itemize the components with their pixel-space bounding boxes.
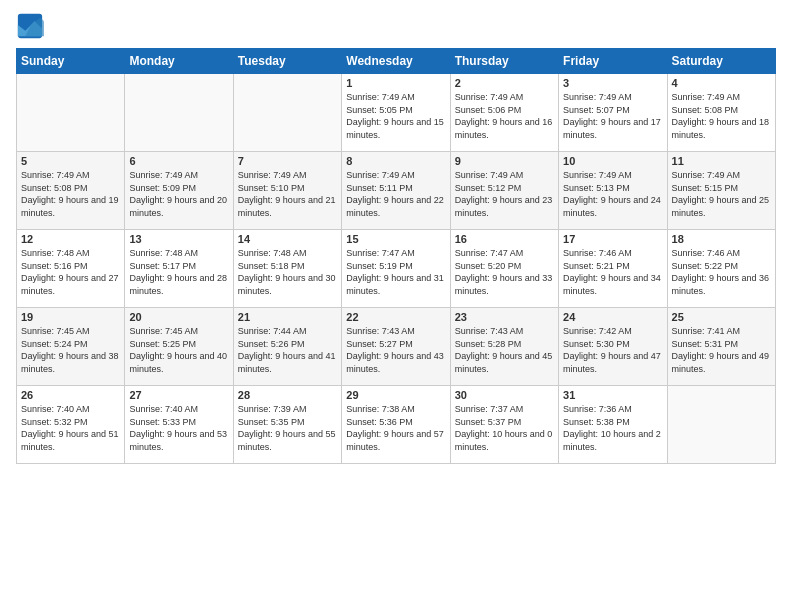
day-cell: 15Sunrise: 7:47 AMSunset: 5:19 PMDayligh… <box>342 230 450 308</box>
day-cell: 2Sunrise: 7:49 AMSunset: 5:06 PMDaylight… <box>450 74 558 152</box>
logo <box>16 12 48 40</box>
day-number: 2 <box>455 77 554 89</box>
day-info: Sunrise: 7:38 AMSunset: 5:36 PMDaylight:… <box>346 403 445 453</box>
day-info: Sunrise: 7:48 AMSunset: 5:17 PMDaylight:… <box>129 247 228 297</box>
day-number: 7 <box>238 155 337 167</box>
day-info: Sunrise: 7:49 AMSunset: 5:07 PMDaylight:… <box>563 91 662 141</box>
day-cell: 11Sunrise: 7:49 AMSunset: 5:15 PMDayligh… <box>667 152 775 230</box>
day-cell: 22Sunrise: 7:43 AMSunset: 5:27 PMDayligh… <box>342 308 450 386</box>
day-number: 18 <box>672 233 771 245</box>
day-cell: 12Sunrise: 7:48 AMSunset: 5:16 PMDayligh… <box>17 230 125 308</box>
day-info: Sunrise: 7:39 AMSunset: 5:35 PMDaylight:… <box>238 403 337 453</box>
week-row-0: 1Sunrise: 7:49 AMSunset: 5:05 PMDaylight… <box>17 74 776 152</box>
day-info: Sunrise: 7:49 AMSunset: 5:08 PMDaylight:… <box>21 169 120 219</box>
week-row-3: 19Sunrise: 7:45 AMSunset: 5:24 PMDayligh… <box>17 308 776 386</box>
header <box>16 12 776 40</box>
day-cell: 6Sunrise: 7:49 AMSunset: 5:09 PMDaylight… <box>125 152 233 230</box>
day-number: 1 <box>346 77 445 89</box>
day-info: Sunrise: 7:46 AMSunset: 5:21 PMDaylight:… <box>563 247 662 297</box>
calendar-header-row: SundayMondayTuesdayWednesdayThursdayFrid… <box>17 49 776 74</box>
day-cell: 28Sunrise: 7:39 AMSunset: 5:35 PMDayligh… <box>233 386 341 464</box>
day-number: 26 <box>21 389 120 401</box>
day-cell: 3Sunrise: 7:49 AMSunset: 5:07 PMDaylight… <box>559 74 667 152</box>
day-cell: 16Sunrise: 7:47 AMSunset: 5:20 PMDayligh… <box>450 230 558 308</box>
day-cell <box>667 386 775 464</box>
header-thursday: Thursday <box>450 49 558 74</box>
day-cell: 21Sunrise: 7:44 AMSunset: 5:26 PMDayligh… <box>233 308 341 386</box>
day-cell: 25Sunrise: 7:41 AMSunset: 5:31 PMDayligh… <box>667 308 775 386</box>
day-info: Sunrise: 7:48 AMSunset: 5:16 PMDaylight:… <box>21 247 120 297</box>
day-info: Sunrise: 7:40 AMSunset: 5:33 PMDaylight:… <box>129 403 228 453</box>
day-cell: 30Sunrise: 7:37 AMSunset: 5:37 PMDayligh… <box>450 386 558 464</box>
day-cell: 4Sunrise: 7:49 AMSunset: 5:08 PMDaylight… <box>667 74 775 152</box>
week-row-1: 5Sunrise: 7:49 AMSunset: 5:08 PMDaylight… <box>17 152 776 230</box>
day-info: Sunrise: 7:45 AMSunset: 5:25 PMDaylight:… <box>129 325 228 375</box>
day-cell: 20Sunrise: 7:45 AMSunset: 5:25 PMDayligh… <box>125 308 233 386</box>
day-number: 10 <box>563 155 662 167</box>
day-cell: 14Sunrise: 7:48 AMSunset: 5:18 PMDayligh… <box>233 230 341 308</box>
header-saturday: Saturday <box>667 49 775 74</box>
day-info: Sunrise: 7:49 AMSunset: 5:12 PMDaylight:… <box>455 169 554 219</box>
page: SundayMondayTuesdayWednesdayThursdayFrid… <box>0 0 792 612</box>
day-number: 25 <box>672 311 771 323</box>
day-cell: 27Sunrise: 7:40 AMSunset: 5:33 PMDayligh… <box>125 386 233 464</box>
day-number: 12 <box>21 233 120 245</box>
day-number: 13 <box>129 233 228 245</box>
day-cell <box>233 74 341 152</box>
day-info: Sunrise: 7:49 AMSunset: 5:13 PMDaylight:… <box>563 169 662 219</box>
week-row-2: 12Sunrise: 7:48 AMSunset: 5:16 PMDayligh… <box>17 230 776 308</box>
day-cell: 5Sunrise: 7:49 AMSunset: 5:08 PMDaylight… <box>17 152 125 230</box>
header-tuesday: Tuesday <box>233 49 341 74</box>
day-info: Sunrise: 7:49 AMSunset: 5:10 PMDaylight:… <box>238 169 337 219</box>
day-cell: 17Sunrise: 7:46 AMSunset: 5:21 PMDayligh… <box>559 230 667 308</box>
day-number: 19 <box>21 311 120 323</box>
day-info: Sunrise: 7:49 AMSunset: 5:11 PMDaylight:… <box>346 169 445 219</box>
day-number: 17 <box>563 233 662 245</box>
day-cell: 23Sunrise: 7:43 AMSunset: 5:28 PMDayligh… <box>450 308 558 386</box>
day-cell: 13Sunrise: 7:48 AMSunset: 5:17 PMDayligh… <box>125 230 233 308</box>
day-info: Sunrise: 7:49 AMSunset: 5:08 PMDaylight:… <box>672 91 771 141</box>
day-info: Sunrise: 7:47 AMSunset: 5:19 PMDaylight:… <box>346 247 445 297</box>
header-friday: Friday <box>559 49 667 74</box>
day-info: Sunrise: 7:40 AMSunset: 5:32 PMDaylight:… <box>21 403 120 453</box>
header-wednesday: Wednesday <box>342 49 450 74</box>
logo-icon <box>16 12 44 40</box>
day-number: 24 <box>563 311 662 323</box>
day-info: Sunrise: 7:49 AMSunset: 5:09 PMDaylight:… <box>129 169 228 219</box>
day-info: Sunrise: 7:42 AMSunset: 5:30 PMDaylight:… <box>563 325 662 375</box>
day-info: Sunrise: 7:48 AMSunset: 5:18 PMDaylight:… <box>238 247 337 297</box>
day-number: 6 <box>129 155 228 167</box>
day-info: Sunrise: 7:43 AMSunset: 5:27 PMDaylight:… <box>346 325 445 375</box>
day-info: Sunrise: 7:36 AMSunset: 5:38 PMDaylight:… <box>563 403 662 453</box>
header-monday: Monday <box>125 49 233 74</box>
day-info: Sunrise: 7:49 AMSunset: 5:15 PMDaylight:… <box>672 169 771 219</box>
day-number: 29 <box>346 389 445 401</box>
day-number: 11 <box>672 155 771 167</box>
day-number: 9 <box>455 155 554 167</box>
day-cell: 26Sunrise: 7:40 AMSunset: 5:32 PMDayligh… <box>17 386 125 464</box>
day-cell <box>125 74 233 152</box>
day-cell: 7Sunrise: 7:49 AMSunset: 5:10 PMDaylight… <box>233 152 341 230</box>
day-cell: 29Sunrise: 7:38 AMSunset: 5:36 PMDayligh… <box>342 386 450 464</box>
day-number: 22 <box>346 311 445 323</box>
day-cell: 1Sunrise: 7:49 AMSunset: 5:05 PMDaylight… <box>342 74 450 152</box>
header-sunday: Sunday <box>17 49 125 74</box>
day-number: 15 <box>346 233 445 245</box>
day-number: 3 <box>563 77 662 89</box>
day-cell: 9Sunrise: 7:49 AMSunset: 5:12 PMDaylight… <box>450 152 558 230</box>
day-info: Sunrise: 7:45 AMSunset: 5:24 PMDaylight:… <box>21 325 120 375</box>
day-cell: 24Sunrise: 7:42 AMSunset: 5:30 PMDayligh… <box>559 308 667 386</box>
day-info: Sunrise: 7:37 AMSunset: 5:37 PMDaylight:… <box>455 403 554 453</box>
day-info: Sunrise: 7:43 AMSunset: 5:28 PMDaylight:… <box>455 325 554 375</box>
day-info: Sunrise: 7:47 AMSunset: 5:20 PMDaylight:… <box>455 247 554 297</box>
day-info: Sunrise: 7:46 AMSunset: 5:22 PMDaylight:… <box>672 247 771 297</box>
day-number: 5 <box>21 155 120 167</box>
calendar: SundayMondayTuesdayWednesdayThursdayFrid… <box>16 48 776 464</box>
day-cell: 18Sunrise: 7:46 AMSunset: 5:22 PMDayligh… <box>667 230 775 308</box>
day-cell: 19Sunrise: 7:45 AMSunset: 5:24 PMDayligh… <box>17 308 125 386</box>
day-number: 27 <box>129 389 228 401</box>
day-info: Sunrise: 7:41 AMSunset: 5:31 PMDaylight:… <box>672 325 771 375</box>
day-info: Sunrise: 7:44 AMSunset: 5:26 PMDaylight:… <box>238 325 337 375</box>
day-number: 20 <box>129 311 228 323</box>
day-number: 21 <box>238 311 337 323</box>
